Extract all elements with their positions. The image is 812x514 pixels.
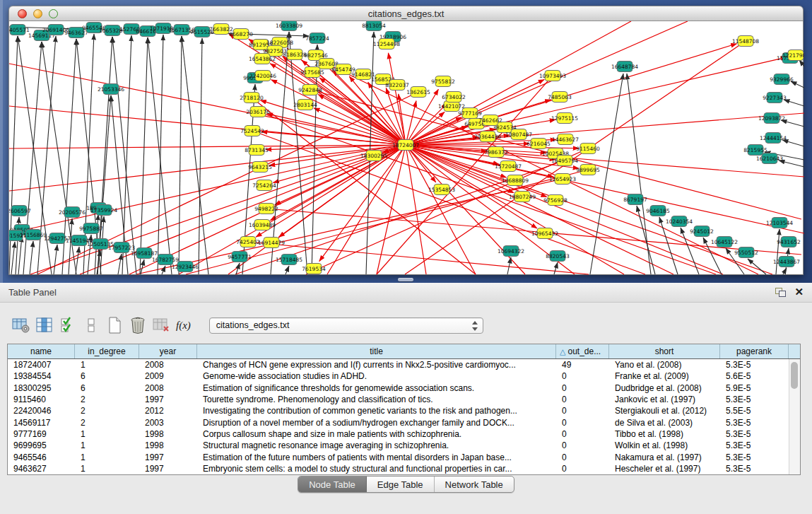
show-column-icon[interactable] bbox=[35, 316, 54, 334]
cell-name: 9465546 bbox=[8, 452, 75, 462]
cell-out_degree: 49 bbox=[556, 360, 609, 370]
cell-name: 18724007 bbox=[8, 360, 75, 370]
table-row[interactable]: 969969511998Structural magnetic resonanc… bbox=[8, 440, 800, 451]
graph-node-label: 11156869 bbox=[20, 232, 47, 238]
column-header-short[interactable]: short bbox=[609, 344, 720, 358]
tab-network-table[interactable]: Network Table bbox=[435, 477, 514, 492]
table-row[interactable]: 1456911722003Disruption of a novel membe… bbox=[8, 416, 800, 428]
close-panel-icon[interactable]: ✕ bbox=[794, 286, 804, 298]
cell-out_degree: 0 bbox=[556, 371, 609, 381]
cell-year: 1997 bbox=[139, 395, 197, 404]
graph-node-label: 16648784 bbox=[611, 64, 638, 70]
cell-pagerank: 5.3E-5 bbox=[720, 395, 789, 404]
table-row[interactable]: 977716911998Corpus callosum shape and si… bbox=[8, 428, 800, 440]
graph-edge bbox=[122, 35, 131, 274]
table-row[interactable]: 911546021997Tourette syndrome. Phenomeno… bbox=[8, 394, 800, 405]
sort-ascending-icon: △ bbox=[560, 347, 565, 356]
graph-node-label: 8731345 bbox=[245, 147, 269, 153]
column-header-in_degree[interactable]: in_degree bbox=[75, 344, 139, 358]
cell-year: 1998 bbox=[139, 440, 197, 450]
graph-edge bbox=[784, 100, 804, 106]
graph-node-label: 12443867 bbox=[773, 259, 800, 265]
graph-edge bbox=[11, 242, 15, 274]
cell-pagerank: 5.3E-5 bbox=[720, 440, 789, 450]
cell-year: 2012 bbox=[139, 406, 197, 416]
cell-out_degree: 0 bbox=[556, 464, 609, 474]
table-row[interactable]: 2242004622012Investigating the contribut… bbox=[8, 405, 800, 416]
graph-node-label: 9550512 bbox=[734, 250, 758, 256]
cell-year: 1998 bbox=[139, 429, 197, 439]
cell-short: Nakamura et al. (1997) bbox=[609, 452, 720, 462]
graph-node-label: 6734022 bbox=[442, 94, 466, 100]
graph-node-label: 10688809 bbox=[502, 177, 529, 184]
delete-trash-icon[interactable] bbox=[128, 316, 147, 334]
graph-edge bbox=[507, 257, 511, 274]
tab-node-table[interactable]: Node Table bbox=[298, 477, 367, 492]
graph-node-label: 7986372 bbox=[484, 149, 508, 156]
network-window-titlebar[interactable]: citations_edges.txt bbox=[8, 6, 804, 21]
column-header-title[interactable]: title bbox=[197, 344, 556, 358]
graph-edge bbox=[76, 247, 79, 274]
graph-node-label: 12923446 bbox=[172, 264, 199, 270]
table-settings-icon[interactable] bbox=[11, 316, 30, 334]
graph-node-label: 9046185 bbox=[646, 208, 670, 214]
graph-node-label: 20364436 bbox=[474, 134, 501, 140]
graph-node-label: 15718485 bbox=[276, 257, 302, 263]
table-row[interactable]: 1830029562008Estimation of significance … bbox=[8, 382, 800, 394]
graph-node-label: 16958187 bbox=[131, 250, 158, 257]
table-row[interactable]: 1938455462009Genome-wide association stu… bbox=[8, 370, 800, 382]
column-header-pagerank[interactable]: pagerank bbox=[720, 344, 789, 358]
function-builder-icon[interactable]: f(x) bbox=[176, 320, 191, 332]
tab-edge-table[interactable]: Edge Table bbox=[367, 477, 435, 492]
table-scrollbar[interactable] bbox=[789, 359, 800, 474]
graph-node-label: 11548708 bbox=[732, 38, 759, 45]
graph-node-label: 18300295 bbox=[360, 153, 387, 159]
cell-out_degree: 0 bbox=[556, 440, 609, 450]
graph-node-label: 15354853 bbox=[428, 187, 455, 193]
network-view-background: citations_edges.txt 18724007940557114569… bbox=[0, 0, 812, 283]
node-table-header[interactable]: namein_degreeyeartitle△out_de...shortpag… bbox=[8, 344, 800, 359]
cell-out_degree: 0 bbox=[556, 452, 609, 462]
table-scrollbar-thumb[interactable] bbox=[791, 362, 798, 389]
cell-year: 1997 bbox=[139, 464, 197, 474]
clear-selection-icon[interactable] bbox=[81, 316, 100, 334]
graph-node-label: 12093872 bbox=[758, 115, 785, 122]
column-header-out_degree[interactable]: △out_de... bbox=[556, 344, 609, 358]
graph-node-label: 10694322 bbox=[498, 248, 524, 255]
graph-node-label: 7619534 bbox=[302, 266, 326, 272]
graph-node-label: 9431652 bbox=[777, 239, 801, 245]
table-row[interactable]: 1872400712008Changes of HCN gene express… bbox=[8, 359, 800, 370]
splitter-handle[interactable] bbox=[398, 278, 413, 281]
graph-node-label: 16543862 bbox=[249, 56, 276, 62]
graph-node-label: 16039489 bbox=[249, 222, 276, 228]
network-canvas[interactable]: 1872400794055711456911720691406946362794… bbox=[9, 21, 804, 275]
graph-node-label: 16495794 bbox=[551, 158, 578, 164]
graph-edge bbox=[406, 57, 787, 145]
table-selector-value: citations_edges.txt bbox=[210, 320, 290, 330]
column-header-year[interactable]: year bbox=[139, 344, 197, 358]
column-header-name[interactable]: name bbox=[8, 344, 75, 358]
float-window-icon[interactable] bbox=[775, 288, 785, 297]
table-tab-bar: Node TableEdge TableNetwork Table bbox=[0, 476, 812, 493]
cell-pagerank: 5.6E-5 bbox=[720, 371, 789, 381]
network-canvas-container[interactable]: 1872400794055711456911720691406946362794… bbox=[8, 21, 804, 275]
node-table-body: 1872400712008Changes of HCN gene express… bbox=[8, 359, 800, 474]
graph-node-label: 11254498 bbox=[373, 41, 400, 47]
cell-in_degree: 1 bbox=[75, 429, 139, 439]
cell-title: Investigating the contribution of common… bbox=[197, 406, 556, 416]
table-selector-dropdown[interactable]: citations_edges.txt bbox=[209, 317, 483, 334]
table-panel-title: Table Panel bbox=[8, 287, 57, 298]
cell-out_degree: 0 bbox=[556, 406, 609, 416]
new-file-icon[interactable] bbox=[105, 316, 124, 334]
cell-in_degree: 1 bbox=[75, 440, 139, 450]
select-all-icon[interactable] bbox=[58, 316, 77, 334]
cell-year: 2008 bbox=[139, 360, 197, 370]
cell-short: Franke et al. (2009) bbox=[609, 371, 720, 381]
table-row[interactable]: 946362711997Embryonic stem cells: a mode… bbox=[8, 463, 800, 474]
graph-edge bbox=[30, 241, 33, 274]
graph-node-label: 18724007 bbox=[392, 142, 419, 148]
cell-pagerank: 5.3E-5 bbox=[720, 360, 789, 370]
table-row[interactable]: 946554611997Estimation of the future num… bbox=[8, 451, 800, 462]
graph-node-label: 2036176 bbox=[246, 109, 270, 115]
graph-node-label: 9115460 bbox=[576, 146, 600, 152]
